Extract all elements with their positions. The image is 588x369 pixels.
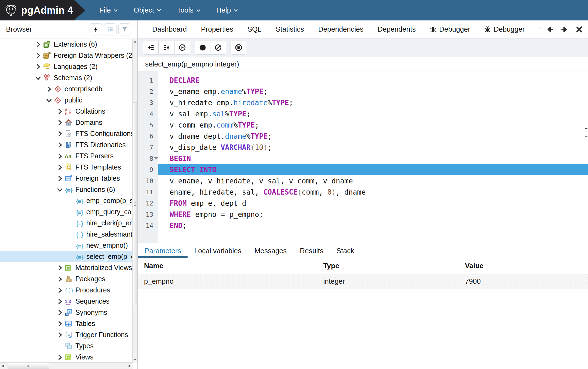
- chevron-right-icon[interactable]: [34, 63, 42, 71]
- tree-item-procedures[interactable]: {()}Procedures: [0, 285, 133, 296]
- chevron-right-icon[interactable]: [34, 52, 42, 60]
- menu-help[interactable]: Help: [216, 6, 238, 14]
- chevron-right-icon[interactable]: [56, 286, 64, 294]
- code-line-1[interactable]: 1DECLARE: [138, 75, 588, 86]
- code-line-12[interactable]: 12FROM emp e, dept d: [138, 198, 588, 209]
- tree-item-hire-salesman[interactable]: {≡}hire_salesman(: [0, 229, 133, 240]
- table-cell[interactable]: integer: [317, 274, 459, 289]
- tab-scroll-back-icon[interactable]: [546, 26, 554, 33]
- table-row[interactable]: p_empnointeger7900: [138, 274, 588, 289]
- tree-item-new-empno[interactable]: {≡}new_empno(): [0, 240, 133, 251]
- code-line-13[interactable]: 13WHERE empno = p_empno;: [138, 209, 588, 220]
- scroll-left-icon[interactable]: ◀: [0, 363, 5, 369]
- tree-item-extensions-6[interactable]: Extensions (6): [0, 39, 133, 50]
- fold-marker-icon[interactable]: [154, 157, 158, 160]
- tree-item-select-emp-p-e[interactable]: {≡}select_emp(p_e: [0, 251, 133, 262]
- tab-scroll-forward-icon[interactable]: [561, 26, 568, 33]
- tree-item-functions-6[interactable]: {≡}Functions (6): [0, 184, 133, 195]
- step-into-button[interactable]: [143, 41, 159, 55]
- tree-item-enterprisedb[interactable]: enterprisedb: [0, 83, 133, 95]
- tab-debugger-9[interactable]: Debugger: [532, 25, 540, 34]
- table-cell[interactable]: p_empno: [138, 274, 317, 289]
- tree-item-fts-parsers[interactable]: AaFTS Parsers: [0, 150, 133, 162]
- chevron-right-icon[interactable]: [56, 275, 64, 283]
- chevron-right-icon[interactable]: [56, 264, 64, 272]
- chevron-right-icon[interactable]: [56, 174, 64, 183]
- tab-parameters[interactable]: Parameters: [138, 243, 188, 258]
- tab-messages[interactable]: Messages: [248, 243, 293, 258]
- tree-item-fts-templates[interactable]: FTS Templates: [0, 162, 133, 173]
- code-line-10[interactable]: 10v_ename, v_hiredate, v_sal, v_comm, v_…: [138, 175, 588, 186]
- toggle-breakpoint-button[interactable]: [195, 41, 210, 55]
- tab-dependents[interactable]: Dependents: [370, 25, 423, 34]
- chevron-right-icon[interactable]: [45, 85, 53, 93]
- chevron-right-icon[interactable]: [34, 40, 42, 49]
- tree-item-languages-2[interactable]: Languages (2): [0, 61, 133, 72]
- stop-button[interactable]: [231, 41, 246, 55]
- chevron-down-icon[interactable]: [45, 96, 53, 104]
- close-tab-icon[interactable]: [575, 26, 583, 33]
- tab-dependencies[interactable]: Dependencies: [311, 25, 370, 34]
- filter-button[interactable]: [118, 23, 131, 35]
- tree-item-foreign-tables[interactable]: Foreign Tables: [0, 173, 133, 184]
- code-line-9[interactable]: 9SELECT INTO: [138, 164, 588, 175]
- chevron-right-icon[interactable]: [56, 163, 64, 171]
- scroll-right-icon[interactable]: ▶: [127, 363, 133, 369]
- clear-breakpoints-button[interactable]: [210, 41, 226, 55]
- code-line-5[interactable]: 5v_comm emp.comm%TYPE;: [138, 119, 588, 131]
- tree-item-synonyms[interactable]: Synonyms: [0, 307, 133, 318]
- menu-file[interactable]: File: [99, 6, 118, 14]
- scroll-up-icon[interactable]: ▲: [133, 39, 137, 44]
- tab-results[interactable]: Results: [293, 243, 330, 258]
- tree-vertical-scrollbar[interactable]: ▲ ▼: [132, 39, 137, 362]
- code-line-7[interactable]: 7v_disp_date VARCHAR(10);: [138, 142, 588, 153]
- chevron-right-icon[interactable]: [56, 152, 64, 160]
- tab-sql[interactable]: SQL: [240, 25, 269, 34]
- tree-vscroll-thumb[interactable]: [133, 102, 137, 305]
- tree-item-domains[interactable]: Domains: [0, 117, 133, 128]
- tree-item-types[interactable]: Types: [0, 340, 133, 352]
- tree-item-foreign-data-wrappers-2[interactable]: Foreign Data Wrappers (2): [0, 50, 133, 61]
- tree-hscroll-thumb[interactable]: [8, 363, 49, 368]
- tab-debugger-8[interactable]: Debugger: [477, 25, 532, 34]
- tree-item-schemas-2[interactable]: Schemas (2): [0, 72, 133, 83]
- chevron-right-icon[interactable]: [56, 130, 64, 138]
- code-line-3[interactable]: 3v_hiredate emp.hiredate%TYPE;: [138, 97, 588, 108]
- step-over-button[interactable]: [159, 41, 174, 55]
- chevron-right-icon[interactable]: [56, 119, 64, 127]
- code-line-8[interactable]: 8BEGIN: [138, 153, 588, 164]
- chevron-right-icon[interactable]: [56, 320, 64, 328]
- tree-item-packages[interactable]: Packages: [0, 273, 133, 285]
- code-line-2[interactable]: 2v_ename emp.ename%TYPE;: [138, 86, 588, 97]
- tree-item-fts-configurations[interactable]: FTS Configurations: [0, 128, 133, 139]
- continue-button[interactable]: [174, 41, 190, 55]
- tab-debugger-7[interactable]: Debugger: [423, 25, 477, 34]
- tree-item-tables[interactable]: Tables: [0, 318, 133, 329]
- tree-item-sequences[interactable]: 1.3Sequences: [0, 296, 133, 307]
- tree-item-emp-comp-p-s[interactable]: {≡}emp_comp(p_s: [0, 195, 133, 206]
- code-line-11[interactable]: 11ename, hiredate, sal, COALESCE(comm, 0…: [138, 186, 588, 198]
- tab-local-variables[interactable]: Local variables: [188, 243, 248, 258]
- tree-item-hire-clerk-p-en[interactable]: {≡}hire_clerk(p_en: [0, 217, 133, 229]
- scroll-down-icon[interactable]: ▼: [133, 357, 137, 362]
- chevron-down-icon[interactable]: [34, 74, 42, 82]
- grid-button[interactable]: [104, 23, 117, 35]
- tree-item-public[interactable]: public: [0, 95, 133, 106]
- lightning-button[interactable]: [90, 23, 102, 35]
- code-line-6[interactable]: 6v_dname dept.dname%TYPE;: [138, 131, 588, 142]
- chevron-right-icon[interactable]: [56, 353, 64, 361]
- tab-dashboard[interactable]: Dashboard: [145, 25, 194, 34]
- code-line-14[interactable]: 14END;: [138, 220, 588, 231]
- tree-horizontal-scrollbar[interactable]: ◀ ▶: [0, 362, 133, 369]
- tree-item-fts-dictionaries[interactable]: FTS Dictionaries: [0, 139, 133, 150]
- tab-properties[interactable]: Properties: [194, 25, 240, 34]
- menu-tools[interactable]: Tools: [177, 6, 201, 14]
- tab-statistics[interactable]: Statistics: [269, 25, 311, 34]
- chevron-right-icon[interactable]: [56, 107, 64, 116]
- chevron-down-icon[interactable]: [56, 186, 64, 194]
- chevron-right-icon[interactable]: [56, 331, 64, 339]
- tree-item-trigger-functions[interactable]: {≡}Trigger Functions: [0, 329, 133, 340]
- tree-item-collations[interactable]: ABCollations: [0, 106, 133, 117]
- menu-object[interactable]: Object: [134, 6, 161, 14]
- tab-stack[interactable]: Stack: [330, 243, 361, 258]
